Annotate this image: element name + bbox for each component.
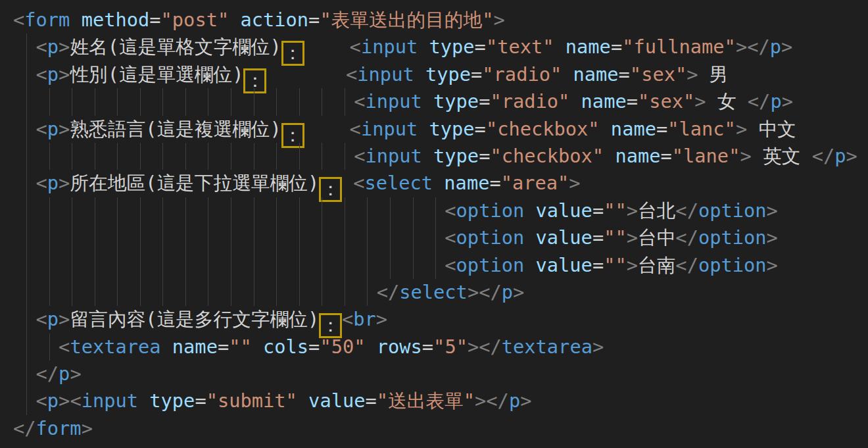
token-operator: = (308, 336, 320, 358)
token-tag-name: p (47, 63, 59, 86)
indent-guide (95, 279, 95, 306)
indent-guide (254, 88, 254, 115)
indent-guide (26, 387, 27, 414)
code-line[interactable]: </select></p> (13, 279, 868, 306)
indent-guide (117, 197, 118, 224)
token-punctuation: < (36, 389, 47, 412)
token-tag-name: input (361, 118, 418, 140)
token-punctuation: ></ (736, 36, 770, 58)
indent-guide (117, 252, 118, 279)
token-attribute-name: action (229, 9, 308, 31)
token-attribute-name: value (524, 199, 592, 222)
token-punctuation: < (353, 172, 364, 194)
indent-guide (26, 334, 27, 361)
code-line[interactable]: <p><input type="submit" value="送出表單"></p… (13, 387, 868, 414)
token-tag-name: option (698, 254, 767, 276)
code-line[interactable]: </form> (13, 415, 868, 442)
token-punctuation: < (350, 118, 361, 140)
indent-guide (322, 279, 322, 306)
token-operator: = (592, 199, 604, 222)
token-string: "" (604, 226, 627, 249)
token-string: "50" (320, 336, 365, 358)
token-tag-name: p (502, 281, 513, 303)
token-whitespace (13, 63, 36, 86)
token-string: "" (604, 199, 627, 222)
token-punctuation: < (445, 226, 456, 249)
token-attribute-name: name (600, 118, 656, 140)
indent-guide (26, 61, 27, 88)
code-editor-area[interactable]: <form method="post" action="表單送出的目的地"> <… (0, 0, 868, 442)
token-punctuation: </ (377, 281, 400, 303)
indent-guide (254, 279, 254, 306)
token-operator: = (656, 118, 667, 140)
token-operator: = (489, 172, 500, 194)
indent-guide (435, 252, 436, 279)
code-line[interactable]: <input type="checkbox" name="lane"> 英文 <… (13, 143, 868, 170)
token-tag-name: input (357, 63, 414, 86)
indent-guide (162, 88, 163, 115)
token-punctuation: > (781, 36, 792, 58)
indent-guide (322, 197, 322, 224)
token-tag-name: input (361, 36, 418, 58)
token-punctuation: ></ (468, 336, 502, 358)
token-tag-name: option (698, 226, 767, 249)
token-operator: = (475, 118, 486, 140)
indent-guide (185, 143, 186, 170)
token-operator: = (308, 9, 320, 31)
token-operator: = (195, 389, 206, 412)
indent-guide (49, 88, 50, 115)
indent-guide (299, 252, 300, 279)
code-line[interactable]: <p>留言內容(這是多行文字欄位)：<br> (13, 306, 868, 333)
token-plain-text: 留言內容(這是多行文字欄位) (70, 308, 319, 330)
token-whitespace (13, 362, 36, 385)
indent-guide (72, 197, 72, 224)
token-punctuation: < (36, 63, 47, 86)
indent-guide (162, 252, 163, 279)
indent-guide (26, 197, 27, 224)
code-line[interactable]: <option value="">台南</option> (13, 252, 868, 279)
code-line[interactable]: </p> (13, 361, 868, 387)
code-line[interactable]: <textarea name="" cols="50" rows="5"></t… (13, 334, 868, 361)
token-tag-name: p (47, 36, 59, 58)
token-punctuation: > (520, 389, 531, 412)
code-line[interactable]: <p>熟悉語言(這是複選欄位)： <input type="checkbox" … (13, 116, 868, 143)
token-attribute-name: value (297, 389, 366, 412)
token-punctuation: </ (748, 90, 771, 112)
token-attribute-name: cols (252, 336, 308, 358)
token-tag-name: p (47, 118, 59, 140)
code-line[interactable]: <form method="post" action="表單送出的目的地"> (13, 7, 868, 34)
indent-guide (26, 170, 27, 197)
token-punctuation: < (36, 36, 47, 58)
token-punctuation: </ (675, 226, 698, 249)
token-tag-name: p (59, 362, 70, 385)
token-tag-name: option (456, 254, 525, 276)
indent-guide (254, 143, 254, 170)
token-string: "sex" (638, 90, 694, 112)
token-tag-name: textarea (502, 336, 592, 358)
code-line[interactable]: <option value="">台北</option> (13, 197, 868, 224)
indent-guide (95, 143, 95, 170)
indent-guide (140, 252, 141, 279)
indent-guide (390, 224, 391, 251)
indent-guide (413, 224, 414, 251)
token-string: "radio" (482, 63, 562, 86)
token-punctuation: > (740, 145, 751, 167)
token-whitespace (13, 172, 36, 194)
code-line[interactable]: <input type="radio" name="sex"> 女 </p> (13, 88, 868, 115)
indent-guide (208, 143, 208, 170)
token-operator: = (619, 63, 630, 86)
indent-guide (345, 279, 345, 306)
indent-guide (117, 279, 118, 306)
code-line[interactable]: <p>性別(這是單選欄位)： <input type="radio" name=… (13, 61, 868, 88)
indent-guide (26, 116, 27, 143)
code-line[interactable]: <option value="">台中</option> (13, 224, 868, 251)
token-operator: = (592, 254, 604, 276)
indent-guide (208, 197, 208, 224)
token-tag-name: option (456, 199, 525, 222)
code-line[interactable]: <p>所在地區(這是下拉選單欄位)： <select name="area"> (13, 170, 868, 197)
code-line[interactable]: <p>姓名(這是單格文字欄位)： <input type="text" name… (13, 34, 868, 61)
token-attribute-name: type (422, 145, 479, 167)
indent-guide (49, 143, 50, 170)
token-string: "fullname" (622, 36, 736, 58)
indent-guide (276, 88, 277, 115)
